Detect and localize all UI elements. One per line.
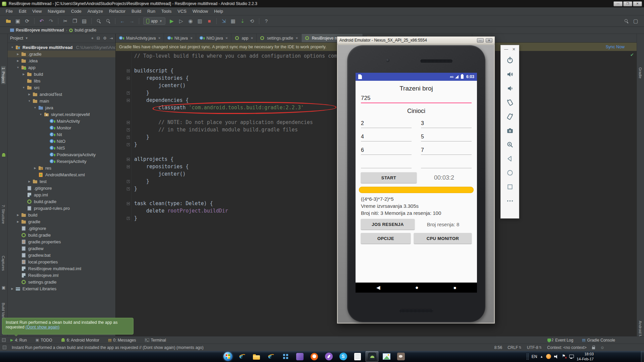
toolbar-save-all-button[interactable]: ▣	[13, 17, 22, 25]
encoding-widget[interactable]: UTF-8⇅	[527, 345, 542, 350]
menu-item-navigate[interactable]: Navigate	[45, 8, 68, 14]
tree-collapse-icon[interactable]: ▼	[33, 106, 37, 109]
factor-input-5[interactable]: 6	[361, 141, 412, 155]
taskbar-notepad-button[interactable]	[351, 351, 364, 362]
tree-item-monitor[interactable]: Monitor	[8, 124, 115, 131]
tree-item-java[interactable]: ▼java	[8, 104, 115, 111]
tree-item-src[interactable]: ▼src	[8, 84, 115, 91]
emulator-back-button[interactable]	[503, 152, 517, 166]
tree-expand-icon[interactable]: ▶	[28, 93, 31, 96]
tree-item-settings-gradle[interactable]: settings.gradle	[8, 279, 115, 285]
tree-item-gradle[interactable]: ▶gradle	[8, 218, 115, 225]
emulator-screenshot-button[interactable]	[503, 123, 517, 137]
options-button[interactable]: OPCIJE	[361, 233, 411, 244]
locate-file-icon[interactable]: ⌖	[91, 36, 94, 41]
toolbar-cut-button[interactable]: ✂	[61, 17, 70, 25]
tree-item-local-properties[interactable]: local.properties	[8, 258, 115, 265]
toolbar-avd-button[interactable]: ▦	[229, 17, 237, 25]
factor-input-6[interactable]: 7	[421, 141, 472, 155]
tree-item-nit[interactable]: Nit	[8, 131, 115, 138]
menu-item-build[interactable]: Build	[128, 8, 144, 14]
tree-item-build[interactable]: ▶build	[8, 212, 115, 218]
menu-item-view[interactable]: View	[29, 8, 45, 14]
tree-item-gradlew[interactable]: gradlew	[8, 245, 115, 252]
tree-expand-icon[interactable]: ▶	[33, 167, 37, 170]
factor-input-4[interactable]: 5	[421, 128, 472, 141]
close-tab-icon[interactable]: ✕	[190, 37, 193, 40]
more-solutions-button[interactable]: JOS RESENJA	[361, 219, 415, 230]
toolbar-stop-button[interactable]: ■	[205, 17, 214, 25]
language-indicator[interactable]: EN	[532, 354, 537, 359]
emulator-toolbar-close-icon[interactable]: ✕	[512, 47, 516, 52]
fold-end-icon[interactable]	[127, 180, 130, 183]
tree-item-resibrojeve-multithread-iml[interactable]: ResiBrojeve multithread.iml	[8, 265, 115, 272]
fold-end-icon[interactable]	[127, 128, 130, 131]
emulator-power-button[interactable]	[503, 53, 517, 67]
inspection-ok-icon[interactable]: ✔	[630, 52, 634, 57]
toolwindow-button-todo[interactable]: ▣TODO	[36, 338, 52, 343]
taskbar-file-explorer-button[interactable]	[250, 351, 263, 362]
taskbar-android-studio-button[interactable]	[366, 351, 378, 362]
toolbar-open-button[interactable]	[4, 17, 13, 25]
toolbar-back-button[interactable]: ←	[118, 17, 127, 25]
fold-end-icon[interactable]	[127, 92, 130, 95]
tree-item-gitignore[interactable]: .gitignore	[8, 185, 115, 191]
factor-input-7[interactable]	[361, 155, 412, 168]
breadcrumb-file[interactable]: build.gradle	[69, 28, 96, 33]
tree-item-test[interactable]: ▶test	[8, 178, 115, 185]
close-tab-icon[interactable]: ✕	[158, 37, 161, 40]
tree-collapse-icon[interactable]: ▼	[10, 46, 14, 49]
tab-nit-java[interactable]: Nit.java✕	[164, 34, 196, 42]
caret-position-widget[interactable]: 8:56	[494, 345, 502, 350]
tree-item-resibrojeve-multithread[interactable]: ▼ResiBrojeve multithreadC:\Users\Skynet\…	[8, 44, 115, 51]
menu-item-run[interactable]: Run	[144, 8, 158, 14]
emulator-titlebar[interactable]: Android Emulator - Nexus_5X_API_25_x86:5…	[337, 37, 495, 44]
fold-end-icon[interactable]	[127, 187, 130, 190]
tree-item-mainactivity[interactable]: MainActivity	[8, 118, 115, 124]
tree-item-external-libraries[interactable]: ▶External Libraries	[8, 285, 115, 292]
tree-expand-icon[interactable]: ▶	[22, 73, 25, 76]
tree-item-podesavanjaactivity[interactable]: PodesavanjaActivity	[8, 151, 115, 158]
lock-icon[interactable]	[592, 347, 595, 349]
fold-end-icon[interactable]	[127, 143, 130, 146]
menu-item-window[interactable]: Window	[190, 8, 211, 14]
toolbar-attach-button[interactable]: ⇲	[219, 17, 228, 25]
tree-item-resibrojeve-iml[interactable]: ResiBrojeve.iml	[8, 272, 115, 279]
close-tab-icon[interactable]: ✕	[251, 37, 254, 40]
toolbar-profiler-button[interactable]: ▥	[196, 17, 204, 25]
taskbar-clock[interactable]: 18:03 14-Feb-17	[577, 352, 594, 361]
tree-item-build[interactable]: ▶build	[8, 71, 115, 77]
run-config-selector[interactable]: app▼	[143, 17, 165, 25]
nav-back-icon[interactable]: ◀	[376, 285, 380, 291]
tree-expand-icon[interactable]: ▶	[16, 53, 20, 56]
fold-end-icon[interactable]	[127, 136, 130, 139]
line-ending-widget[interactable]: CRLF⇅	[507, 345, 522, 350]
menu-item-code[interactable]: Code	[68, 8, 85, 14]
fold-collapse-icon[interactable]	[127, 121, 130, 124]
toolbar-run-button[interactable]: ▶	[167, 17, 176, 25]
emulator-rotate-left-button[interactable]	[503, 95, 517, 109]
nav-home-icon[interactable]: ●	[415, 285, 419, 291]
toolwindow-button-6-android-monitor[interactable]: 6: Android Monitor	[61, 338, 99, 343]
toolwindow-button-0-messages[interactable]: ▤0: Messages	[108, 338, 136, 343]
tree-item-build-gradle[interactable]: build.gradle	[8, 232, 115, 238]
toolbar-find-button[interactable]	[94, 17, 103, 25]
tree-item-main[interactable]: ▼main	[8, 98, 115, 104]
breadcrumb-project[interactable]: ResiBrojeve multithread	[10, 28, 64, 33]
taskbar-viber-button[interactable]	[322, 351, 335, 362]
tree-collapse-icon[interactable]: ▼	[28, 100, 31, 103]
toolbar-forward-button[interactable]: →	[127, 17, 136, 25]
emulator-overview-button[interactable]	[503, 180, 517, 194]
sidebar-item-1-project[interactable]: 1: Project	[1, 66, 6, 84]
tree-item-gradle-properties[interactable]: gradle.properties	[8, 238, 115, 245]
fold-end-icon[interactable]	[127, 217, 130, 220]
gear-icon[interactable]: ⚙	[103, 36, 107, 41]
toolwindow-button-gradle-console[interactable]: ▤Gradle Console	[582, 338, 615, 343]
tree-item-app[interactable]: ▼app	[8, 64, 115, 71]
toolbar-copy-button[interactable]: ❐	[70, 17, 79, 25]
maximize-button[interactable]: ❐	[623, 1, 632, 6]
tree-expand-icon[interactable]: ▶	[16, 59, 20, 62]
fold-collapse-icon[interactable]	[127, 69, 130, 72]
dont-show-again-link[interactable]: (Dont show again)	[25, 325, 59, 329]
toolbar-redo-button[interactable]: ↷	[47, 17, 55, 25]
